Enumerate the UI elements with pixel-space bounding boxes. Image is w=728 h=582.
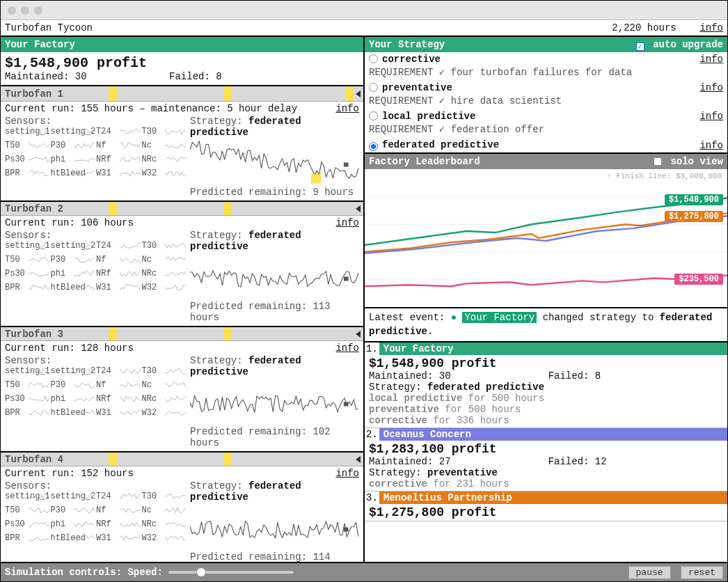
strategy-history: local predictive for 500 hours (369, 393, 723, 404)
sensor-BPR: BPR (5, 168, 49, 180)
turbofan-title-label: Turbofan 1 (5, 88, 63, 100)
strategy-info-link[interactable]: info (699, 82, 723, 93)
current-run-text: Current run: 106 hours (5, 217, 134, 228)
sensor-Nf: Nf (96, 380, 141, 391)
timeline-marker-icon (109, 453, 117, 466)
factory-profit: $1,548,900 profit (1, 52, 363, 71)
svg-rect-1 (344, 277, 349, 281)
pause-button[interactable]: pause (628, 566, 671, 579)
strategy-info-link[interactable]: info (699, 111, 723, 122)
sensor-htBleed: htBleed (51, 283, 95, 294)
turbofan-title[interactable]: Turbofan 1 (1, 86, 363, 102)
sensor-setting_1: setting_1 (5, 491, 49, 503)
speed-slider[interactable] (168, 571, 294, 574)
sensor-T50: T50 (5, 380, 49, 391)
sensor-grid: setting_1setting_2T24T30T50P30NfNcPs30ph… (5, 127, 186, 180)
sensor-Ps30: Ps30 (5, 269, 49, 280)
predicted-remaining: Predicted remaining: 102 hours (190, 426, 359, 448)
sensor-NRf: NRf (96, 394, 141, 405)
rank-name-bar: Oceanus Concern (379, 428, 727, 441)
chrome-close-icon[interactable] (8, 6, 16, 15)
reset-button[interactable]: reset (681, 566, 723, 579)
sensor-BPR: BPR (5, 408, 49, 419)
maintained-value: 30 (75, 71, 87, 82)
profit-chip: $1,275,800 (665, 211, 723, 222)
your-strategy-header: Your Strategy ✓ auto upgrade (365, 37, 727, 52)
radio-icon (369, 54, 378, 63)
chrome-max-icon[interactable] (34, 6, 42, 15)
factory-stats-row: Maintained: 30 Failed: 8 (1, 71, 363, 86)
header-info-link[interactable]: info (699, 22, 723, 33)
sensor-W32: W32 (142, 168, 187, 180)
sensor-T50: T50 (5, 141, 49, 152)
timeline-marker-icon (223, 86, 232, 101)
elapsed-hours: 2,220 hours (612, 22, 676, 33)
sensor-T24: T24 (96, 366, 141, 377)
timeline-marker-icon (345, 86, 354, 101)
sensor-W31: W31 (96, 168, 141, 180)
sensor-Nc: Nc (142, 255, 187, 266)
svg-rect-0 (344, 163, 349, 167)
sensor-Nf: Nf (96, 505, 141, 517)
strategy-option-label: local predictive (382, 111, 475, 122)
simulation-controls: Simulation controls: Speed: pause reset (1, 562, 727, 581)
strategy-option-federated-predictive[interactable]: federated predictiveinfo (365, 138, 727, 152)
turbofan-info-link[interactable]: info (335, 217, 359, 228)
caret-left-icon (356, 331, 361, 338)
dot-icon: ● (451, 312, 457, 323)
sensor-T30: T30 (142, 366, 187, 377)
turbofan-title[interactable]: Turbofan 3 (1, 326, 363, 341)
solo-view-toggle[interactable]: solo view (654, 156, 723, 167)
strategy-option-preventative[interactable]: preventativeinfo (365, 81, 727, 95)
turbofan-title[interactable]: Turbofan 2 (1, 200, 363, 216)
sensor-NRf: NRf (96, 155, 141, 166)
strategy-history: corrective for 231 hours (369, 478, 723, 489)
controls-label: Simulation controls: Speed: (5, 567, 163, 578)
auto-upgrade-toggle[interactable]: ✓ auto upgrade (636, 39, 723, 51)
leaderboard-header: Factory Leaderboard solo view (365, 154, 727, 169)
strategy-line: Strategy: federated predictive (190, 355, 359, 377)
sensor-P30: P30 (51, 255, 95, 266)
sensor-grid: setting_1setting_2T24T30T50P30NfNcPs30ph… (5, 241, 186, 294)
strategy-options: correctiveinfoREQUIREMENT ✓ four turbofa… (365, 52, 727, 154)
turbofan-info-link[interactable]: info (335, 468, 359, 479)
profit-chip: $235,500 (674, 274, 723, 285)
strategy-option-corrective[interactable]: correctiveinfo (365, 52, 727, 66)
rank-number: 2. (365, 428, 379, 441)
svg-rect-3 (344, 528, 349, 532)
sensor-NRc: NRc (142, 155, 187, 166)
event-who: Your Factory (462, 312, 537, 323)
sensor-W32: W32 (142, 533, 187, 544)
checkbox-icon (654, 157, 662, 166)
radio-icon (369, 142, 378, 151)
sensor-P30: P30 (51, 141, 95, 152)
strategy-option-local-predictive[interactable]: local predictiveinfo (365, 109, 727, 123)
rank-number: 3. (365, 491, 379, 504)
chrome-min-icon[interactable] (21, 6, 29, 15)
sensor-setting_2: setting_2 (51, 366, 95, 377)
turbofan-info-link[interactable]: info (335, 103, 359, 114)
sensor-setting_1: setting_1 (5, 127, 49, 138)
strategy-info-link[interactable]: info (699, 140, 723, 151)
sensor-BPR: BPR (5, 533, 49, 544)
app-window: Turbofan Tycoon 2,220 hours info Your Fa… (0, 0, 728, 582)
sensor-W31: W31 (96, 533, 141, 544)
turbofan-title-label: Turbofan 2 (5, 203, 63, 214)
app-title: Turbofan Tycoon (5, 22, 93, 33)
slider-thumb-icon[interactable] (196, 567, 206, 577)
rank-name-bar: Menoeltius Partnership (379, 491, 727, 504)
sensor-T50: T50 (5, 255, 49, 266)
turbofan-title[interactable]: Turbofan 4 (1, 451, 363, 466)
current-run-text: Current run: 152 hours (5, 468, 134, 479)
turbofan-info-link[interactable]: info (335, 343, 359, 354)
sensors-label: Sensors: (5, 355, 186, 366)
strategy-info-link[interactable]: info (699, 54, 723, 65)
latest-event: Latest event: ● Your Factory changed str… (365, 308, 727, 343)
timeline-marker-icon (223, 202, 232, 215)
rankings-list[interactable]: 1.Your Factory$1,548,900 profitMaintaine… (365, 343, 727, 562)
rank-number: 1. (365, 343, 379, 355)
caret-left-icon (356, 456, 361, 463)
sensor-NRc: NRc (142, 394, 187, 405)
predicted-remaining: Predicted remaining: 113 hours (190, 301, 359, 323)
ranking-item: 3.Menoeltius Partnership$1,275,800 profi… (365, 491, 727, 521)
